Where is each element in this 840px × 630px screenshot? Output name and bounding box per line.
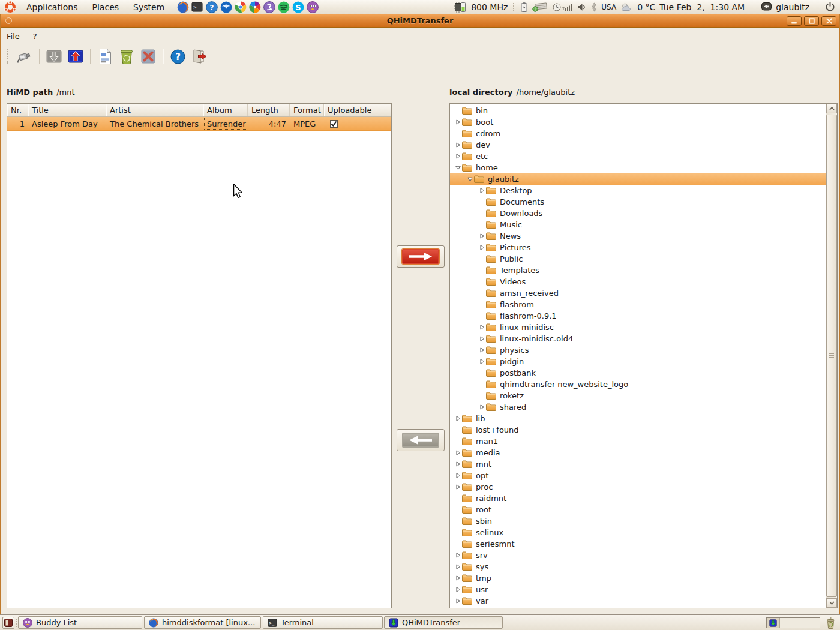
minimize-button[interactable] [787,16,802,26]
column-header-length[interactable]: Length [248,104,290,116]
expander-collapsed-icon[interactable] [478,347,486,353]
tree-item-selinux[interactable]: selinux [450,527,826,538]
close-button[interactable] [821,16,836,26]
tree-item-tmp[interactable]: tmp [450,572,826,584]
menu-file[interactable]: File [7,32,20,41]
expander-collapsed-icon[interactable] [478,245,486,250]
cpu-frequency-icon[interactable] [454,2,467,13]
expander-collapsed-icon[interactable] [478,325,486,330]
user-menu-label[interactable]: glaubitz [776,2,809,12]
volume-icon[interactable] [577,2,587,12]
tree-item-shared[interactable]: shared [450,401,826,413]
upload-button[interactable] [65,46,86,67]
scrollbar-thumb[interactable] [826,115,837,597]
keyboard-network-icon[interactable] [532,2,548,12]
toolbar-grip[interactable] [7,49,10,64]
expander-collapsed-icon[interactable] [478,233,486,239]
show-desktop-button[interactable] [2,617,14,629]
tree-item-News[interactable]: News [450,230,826,242]
keyboard-layout-label[interactable]: USA [601,3,616,11]
tree-item-sbin[interactable]: sbin [450,515,826,527]
tree-item-mnt[interactable]: mnt [450,458,826,470]
directory-tree[interactable]: binbootcdromdevetchomeglaubitzDesktopDoc… [450,104,826,608]
workspace-4[interactable] [806,618,820,628]
tree-item-linux-minidisc[interactable]: linux-minidisc [450,322,826,333]
expander-collapsed-icon[interactable] [478,359,486,364]
clock-label[interactable]: Tue Feb 2, 1:30 AM [659,2,745,12]
workspace-switcher[interactable] [766,617,820,628]
tree-item-proc[interactable]: proc [450,481,826,493]
tree-item-Desktop[interactable]: Desktop [450,185,826,196]
cpu-frequency-label[interactable]: 800 MHz [471,2,508,12]
tree-item-media[interactable]: media [450,447,826,458]
expander-collapsed-icon[interactable] [478,404,486,410]
weather-icon[interactable] [620,2,633,11]
tree-item-postbank[interactable]: postbank [450,367,826,379]
power-icon[interactable] [825,2,835,12]
maximize-button[interactable] [804,16,819,26]
menu-help[interactable]: ? [33,32,37,41]
workspace-1[interactable] [767,618,780,628]
expander-collapsed-icon[interactable] [454,461,462,467]
tree-item-var[interactable]: var [450,595,826,607]
menu-places[interactable]: Places [85,0,127,14]
tree-item-roketz[interactable]: roketz [450,390,826,401]
tree-item-etc[interactable]: etc [450,151,826,162]
rename-button[interactable] [94,46,116,67]
tree-item-Public[interactable]: Public [450,253,826,265]
tree-item-Templates[interactable]: Templates [450,265,826,276]
task-button-2[interactable]: >_Terminal [263,616,383,629]
chrome-launcher-icon[interactable] [234,1,247,13]
expander-collapsed-icon[interactable] [478,336,486,341]
quit-button[interactable] [188,46,210,67]
expander-collapsed-icon[interactable] [454,119,462,125]
help-launcher-icon[interactable]: ? [205,1,218,13]
tree-item-physics[interactable]: physics [450,344,826,356]
tree-item-linux-minidisc.old4[interactable]: linux-minidisc.old4 [450,333,826,344]
tree-item-cdrom[interactable]: cdrom [450,128,826,139]
skype-launcher-icon[interactable]: S [292,1,304,13]
column-header-uploadable[interactable]: Uploadable [324,104,391,116]
tree-item-qhimdtransfer-new_website_logo[interactable]: qhimdtransfer-new_website_logo [450,379,826,390]
ubuntu-logo-icon[interactable] [4,1,17,14]
expander-expanded-icon[interactable] [466,176,474,182]
expander-collapsed-icon[interactable] [454,553,462,558]
tree-item-Videos[interactable]: Videos [450,276,826,287]
tree-item-Pictures[interactable]: Pictures [450,242,826,253]
column-header-nr[interactable]: Nr. [7,104,28,116]
uploadable-checkbox[interactable] [330,120,338,128]
expander-collapsed-icon[interactable] [454,142,462,148]
scrollbar-track[interactable] [826,113,837,598]
tree-item-glaubitz[interactable]: glaubitz [450,173,826,185]
tree-item-pidgin[interactable]: pidgin [450,356,826,367]
tree-item-flashrom-0.9.1[interactable]: flashrom-0.9.1 [450,310,826,322]
transfer-to-local-button[interactable] [397,245,445,268]
tree-item-dev[interactable]: dev [450,139,826,151]
tree-item-Music[interactable]: Music [450,219,826,230]
expander-collapsed-icon[interactable] [478,188,486,193]
column-header-artist[interactable]: Artist [106,104,203,116]
task-button-0[interactable]: Buddy List [18,616,142,629]
expander-collapsed-icon[interactable] [454,564,462,569]
tree-item-lib[interactable]: lib [450,413,826,424]
task-button-1[interactable]: himddiskformat [linux... [144,616,261,629]
scroll-up-icon[interactable] [826,104,837,113]
trash-icon[interactable] [824,617,836,629]
tree-item-home[interactable]: home [450,162,826,173]
tree-item-usr[interactable]: usr [450,584,826,595]
window-titlebar[interactable]: QHiMDTransfer [1,14,839,28]
tree-item-flashrom[interactable]: flashrom [450,299,826,310]
expander-collapsed-icon[interactable] [454,450,462,455]
column-header-album[interactable]: Album [203,104,248,116]
delete-button[interactable] [137,46,159,67]
expander-collapsed-icon[interactable] [454,416,462,421]
transfer-to-himd-button[interactable] [397,429,445,451]
expander-collapsed-icon[interactable] [454,587,462,592]
scroll-down-icon[interactable] [826,598,837,608]
window-menu-icon[interactable] [5,17,12,24]
emacs-launcher-icon[interactable] [263,1,275,13]
expander-expanded-icon[interactable] [454,165,462,170]
tree-item-raidmnt[interactable]: raidmnt [450,493,826,504]
connect-button[interactable] [14,46,35,67]
tree-scrollbar[interactable] [826,104,837,608]
